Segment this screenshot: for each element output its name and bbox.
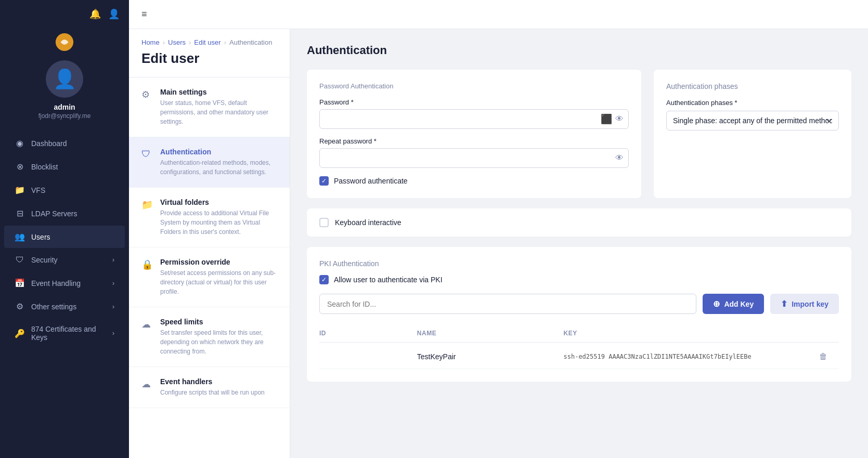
breadcrumb: Home › Users › Edit user › Authenticatio… <box>129 29 290 46</box>
chevron-right-icon: › <box>112 280 114 287</box>
breadcrumb-users[interactable]: Users <box>168 38 186 46</box>
username: admin <box>54 103 75 111</box>
repeat-password-input[interactable] <box>319 148 629 168</box>
pki-allow-checkbox[interactable]: ✓ <box>319 275 329 284</box>
password-authenticate-checkbox[interactable]: ✓ <box>319 176 329 186</box>
sidebar-item-users[interactable]: 👥 Users <box>4 226 125 248</box>
sidebar-item-certificates[interactable]: 🔑 874 Certificates and Keys › <box>4 319 125 348</box>
settings-item-speed-limits[interactable]: ☁ Speed limits Set transfer speed limits… <box>129 307 290 367</box>
pki-search-input[interactable] <box>319 294 696 314</box>
user-email: fjodr@syncplify.me <box>38 112 91 120</box>
breadcrumb-sep: › <box>224 38 226 46</box>
settings-item-desc: Set/reset access permissions on any sub-… <box>160 268 277 296</box>
password-auth-card: Password Authentication Password * ⬛ 👁 R… <box>307 70 641 198</box>
add-key-button[interactable]: ⊕ Add Key <box>703 294 764 314</box>
sidebar-item-blocklist[interactable]: ⊗ Blocklist <box>4 155 125 178</box>
col-key: Key <box>564 330 808 337</box>
eye-icon[interactable]: 👁 <box>615 114 624 124</box>
sidebar-item-label: LDAP Servers <box>31 210 77 218</box>
breadcrumb-sep: › <box>163 38 165 46</box>
settings-item-desc: Configure scripts that will be run upon <box>160 388 265 397</box>
gear-icon: ⚙ <box>141 89 153 100</box>
password-authenticate-row: ✓ Password authenticate <box>319 176 629 186</box>
import-key-button[interactable]: ⬆ Import key <box>770 294 839 314</box>
eye-icon-2[interactable]: 👁 <box>615 153 624 163</box>
sidebar-item-label: VFS <box>31 186 45 194</box>
users-icon: 👥 <box>15 232 25 242</box>
delete-key-button[interactable]: 🗑 <box>808 352 839 361</box>
auth-title: Authentication <box>307 44 851 57</box>
repeat-password-field-wrapper: 👁 <box>319 148 629 168</box>
sidebar-item-label: Other settings <box>31 303 76 311</box>
shield-icon: 🛡 <box>141 149 153 160</box>
chevron-right-icon: › <box>112 256 114 264</box>
pki-card: PKI Authentication ✓ Allow user to authe… <box>307 247 851 382</box>
calendar-icon: 📅 <box>15 278 25 288</box>
repeat-password-label: Repeat password * <box>319 137 629 145</box>
sidebar-item-other-settings[interactable]: ⚙ Other settings › <box>4 295 125 318</box>
key-icon: 🔑 <box>15 329 25 338</box>
bell-icon[interactable]: 🔔 <box>89 8 101 20</box>
settings-item-authentication[interactable]: 🛡 Authentication Authentication-related … <box>129 137 290 188</box>
pki-allow-label: Allow user to authenticate via PKI <box>334 276 443 284</box>
phases-label: Authentication phases * <box>666 99 839 107</box>
top-bar: ≡ <box>129 0 868 29</box>
settings-item-desc: User status, home VFS, default permissio… <box>160 98 277 126</box>
settings-item-virtual-folders[interactable]: 📁 Virtual folders Provide access to addi… <box>129 188 290 247</box>
auth-top-row: Password Authentication Password * ⬛ 👁 R… <box>307 70 851 198</box>
chevron-right-icon: › <box>112 330 114 337</box>
settings-item-main[interactable]: ⚙ Main settings User status, home VFS, d… <box>129 77 290 137</box>
content-area: Home › Users › Edit user › Authenticatio… <box>129 29 868 458</box>
menu-icon[interactable]: ≡ <box>141 9 147 20</box>
sidebar-item-vfs[interactable]: 📁 VFS <box>4 179 125 201</box>
add-key-label: Add Key <box>724 300 754 308</box>
key-table-header: ID Name Key <box>319 324 839 343</box>
col-id: ID <box>319 330 417 337</box>
sidebar-item-event-handling[interactable]: 📅 Event Handling › <box>4 272 125 294</box>
password-section-title: Password Authentication <box>319 82 629 90</box>
phases-select[interactable]: Single phase: accept any of the permitte… <box>666 111 839 130</box>
user-profile-area: 👤 admin fjodr@syncplify.me <box>0 52 129 130</box>
col-actions <box>808 330 839 337</box>
block-icon: ⊗ <box>15 162 25 172</box>
breadcrumb-home[interactable]: Home <box>141 38 160 46</box>
sidebar-item-label: Blocklist <box>31 163 58 171</box>
settings-item-desc: Set transfer speed limits for this user,… <box>160 328 277 356</box>
copy-icon[interactable]: ⬛ <box>601 113 612 125</box>
app-logo <box>0 28 129 52</box>
user-circle-icon[interactable]: 👤 <box>108 8 120 20</box>
main-area: ≡ Home › Users › Edit user › Authenticat… <box>129 0 868 458</box>
table-row: TestKeyPair ssh-ed25519 AAAAC3NzaC1lZDI1… <box>319 345 839 369</box>
sidebar-item-ldap[interactable]: ⊟ LDAP Servers <box>4 202 125 225</box>
sidebar-item-label: Security <box>31 256 58 264</box>
folder-icon: 📁 <box>141 199 153 211</box>
settings-item-title: Main settings <box>160 88 277 96</box>
settings-item-title: Virtual folders <box>160 198 277 206</box>
sidebar-item-label: Event Handling <box>31 279 81 287</box>
sidebar-item-label: 874 Certificates and Keys <box>31 325 106 342</box>
pki-search-row: ⊕ Add Key ⬆ Import key <box>319 294 839 314</box>
chevron-right-icon: › <box>112 303 114 310</box>
keyboard-interactive-checkbox[interactable] <box>319 218 329 227</box>
row-key: ssh-ed25519 AAAAC3NzaC1lZDI1NTE5AAAAIKGt… <box>564 353 808 360</box>
password-input[interactable] <box>319 109 629 129</box>
col-name: Name <box>417 330 564 337</box>
lock-icon: 🔒 <box>141 259 153 270</box>
breadcrumb-edit-user[interactable]: Edit user <box>194 38 221 46</box>
shield-icon: 🛡 <box>15 255 25 265</box>
sidebar-top: 🔔 👤 <box>0 0 129 28</box>
sidebar-item-security[interactable]: 🛡 Security › <box>4 249 125 271</box>
settings-item-permission-override[interactable]: 🔒 Permission override Set/reset access p… <box>129 247 290 307</box>
settings-item-event-handlers[interactable]: ☁ Event handlers Configure scripts that … <box>129 367 290 408</box>
settings-item-title: Permission override <box>160 258 277 266</box>
import-icon: ⬆ <box>781 299 787 309</box>
plus-icon: ⊕ <box>713 299 720 309</box>
sidebar-item-label: Dashboard <box>31 139 67 148</box>
sidebar-item-dashboard[interactable]: ◉ Dashboard <box>4 132 125 154</box>
server-icon: ⊟ <box>15 208 25 218</box>
settings-item-title: Speed limits <box>160 318 277 326</box>
sidebar: 🔔 👤 👤 admin fjodr@syncplify.me ◉ Dashboa… <box>0 0 129 458</box>
settings-item-desc: Authentication-related methods, modes, c… <box>160 158 277 177</box>
cloud-icon-2: ☁ <box>141 378 153 390</box>
keyboard-interactive-row: Keyboard interactive <box>307 208 851 237</box>
